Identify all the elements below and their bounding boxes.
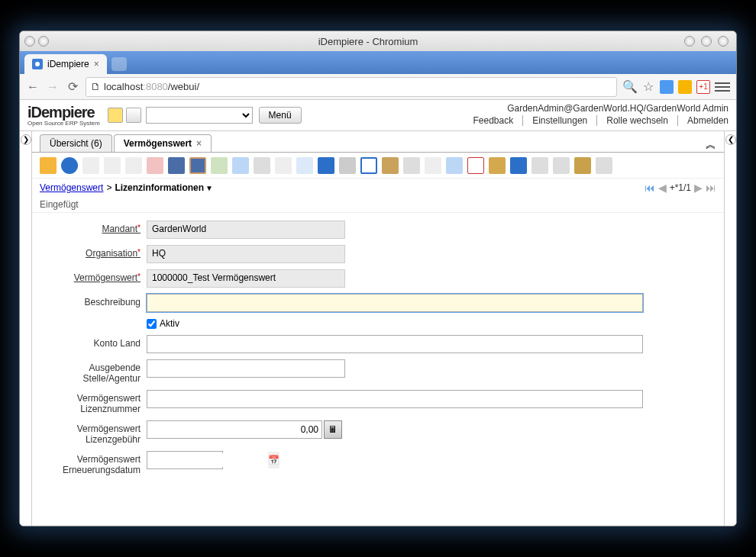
field-description[interactable] xyxy=(147,294,643,312)
next-record-icon[interactable]: ▶ xyxy=(694,182,703,194)
import-icon[interactable] xyxy=(596,157,612,174)
parent-up-icon[interactable] xyxy=(318,157,334,174)
chat-icon[interactable] xyxy=(275,157,292,174)
attachment-icon[interactable] xyxy=(254,157,270,174)
settings-link[interactable]: Einstellungen xyxy=(532,115,597,126)
window-pin-icon[interactable] xyxy=(38,36,49,47)
gplus-ext-icon[interactable]: +1 xyxy=(696,80,710,94)
menu-button[interactable]: Menü xyxy=(259,107,302,124)
new-tab-button[interactable] xyxy=(111,57,127,71)
prev-record-icon[interactable]: ◀ xyxy=(658,182,667,194)
close-window-icon[interactable] xyxy=(718,36,729,47)
window-menu-icon[interactable] xyxy=(24,36,35,47)
browser-tabstrip: iDempiere × xyxy=(20,51,736,74)
back-button[interactable]: ← xyxy=(26,80,40,94)
field-country[interactable] xyxy=(147,335,643,353)
expand-right-sidebar-icon[interactable]: ❮ xyxy=(725,134,736,145)
collapse-panel-icon[interactable]: ︽ xyxy=(706,138,716,152)
save-icon[interactable] xyxy=(168,157,185,174)
left-sidebar-collapsed: ❯ xyxy=(20,131,32,526)
customize-icon[interactable] xyxy=(553,157,570,174)
tab-asset[interactable]: Vermögenswert× xyxy=(114,134,212,152)
tab-overview[interactable]: Übersicht (6) xyxy=(40,134,112,152)
url-input[interactable]: 🗋 localhost:8080/webui/ xyxy=(86,77,617,97)
app-header: iDempiere Open Source ERP System Menü Ga… xyxy=(20,100,736,131)
bookmark-star-icon[interactable]: ☆ xyxy=(641,80,655,94)
request-icon[interactable] xyxy=(489,157,506,174)
find-icon[interactable] xyxy=(232,157,249,174)
record-counter: +*1/1 xyxy=(670,182,691,193)
forward-button[interactable]: → xyxy=(46,80,60,94)
workspace-tabs: Übersicht (6) Vermögenswert× ︽ xyxy=(32,131,724,153)
delete-icon[interactable] xyxy=(147,157,163,174)
breadcrumb-dropdown-icon[interactable]: ▼ xyxy=(205,184,213,192)
grid-toggle-icon[interactable] xyxy=(296,157,313,174)
label-org[interactable]: Organisation xyxy=(40,245,147,259)
field-renew[interactable] xyxy=(147,453,268,467)
expand-left-sidebar-icon[interactable]: ❯ xyxy=(21,134,31,145)
device-ext-icon[interactable] xyxy=(678,80,692,94)
breadcrumb-current: Lizenzinformationen xyxy=(115,182,204,193)
open-window-button[interactable] xyxy=(126,108,141,123)
refresh-icon[interactable] xyxy=(211,157,228,174)
field-agency[interactable] xyxy=(147,359,345,378)
reload-button[interactable]: ⟳ xyxy=(66,80,79,94)
process-icon[interactable] xyxy=(531,157,548,174)
url-port: :8080 xyxy=(143,81,168,92)
help-icon[interactable] xyxy=(61,157,78,174)
checkbox-active-label[interactable]: Aktiv xyxy=(147,318,686,329)
maximize-icon[interactable] xyxy=(701,36,712,47)
export-icon[interactable] xyxy=(574,157,591,174)
feedback-link[interactable]: Feedback xyxy=(473,115,523,126)
label-licno: Vermögenswert Lizenznummer xyxy=(40,390,147,414)
label-asset[interactable]: Vermögenswert xyxy=(40,269,147,283)
product-info-icon[interactable] xyxy=(510,157,527,174)
print-icon[interactable] xyxy=(403,157,420,174)
favicon-icon xyxy=(32,59,43,69)
label-agency: Ausgebende Stelle/Agentur xyxy=(40,359,147,384)
label-description: Beschreibung xyxy=(40,294,147,307)
breadcrumb-root-link[interactable]: Vermögenswert xyxy=(40,182,103,193)
zoom-across-icon[interactable] xyxy=(446,157,463,174)
record-toolbar xyxy=(32,153,724,179)
archive-icon[interactable] xyxy=(382,157,399,174)
chrome-menu-button[interactable] xyxy=(715,79,730,95)
role-switch-link[interactable]: Rolle wechseln xyxy=(606,115,678,126)
label-client[interactable]: Mandant xyxy=(40,221,147,234)
close-tab-icon[interactable]: × xyxy=(94,59,99,69)
first-record-icon[interactable]: ⏮ xyxy=(645,182,655,194)
label-country: Konto Land xyxy=(40,335,147,349)
checkbox-active[interactable] xyxy=(147,319,157,329)
label-licfee: Vermögenswert Lizenzgebühr xyxy=(40,420,147,445)
calculator-icon[interactable]: 🖩 xyxy=(324,420,342,439)
url-host: localhost xyxy=(104,81,143,92)
app-logo-subtitle: Open Source ERP System xyxy=(27,120,100,127)
label-renew: Vermögenswert Erneuerungsdatum xyxy=(40,451,147,475)
undo-icon[interactable] xyxy=(40,157,57,174)
lock-open-icon[interactable] xyxy=(425,157,441,174)
close-tab-asset-icon[interactable]: × xyxy=(196,138,202,149)
translate-ext-icon[interactable] xyxy=(660,80,674,94)
edit-icon[interactable] xyxy=(125,157,142,174)
titlebar: iDempiere - Chromium xyxy=(20,31,736,51)
active-workflow-icon[interactable] xyxy=(467,157,484,174)
report-icon[interactable] xyxy=(360,157,377,174)
logout-link[interactable]: Abmelden xyxy=(687,115,729,126)
status-message: Eingefügt xyxy=(32,197,724,213)
field-licfee[interactable] xyxy=(147,420,322,439)
field-licno[interactable] xyxy=(147,390,643,408)
last-record-icon[interactable]: ⏭ xyxy=(706,182,716,194)
zoom-icon[interactable]: 🔍 xyxy=(623,80,637,94)
minimize-icon[interactable] xyxy=(684,36,695,47)
child-down-icon[interactable] xyxy=(339,157,356,174)
calendar-icon[interactable]: 📅 xyxy=(268,452,279,468)
new-note-button[interactable] xyxy=(108,108,123,123)
new-icon[interactable] xyxy=(82,157,99,174)
right-sidebar-collapsed: ❮ xyxy=(724,131,736,526)
field-client: GardenWorld xyxy=(147,221,345,239)
save-new-icon[interactable] xyxy=(189,157,206,174)
copy-icon[interactable] xyxy=(104,157,121,174)
quick-search-combo[interactable] xyxy=(146,107,253,124)
browser-tab[interactable]: iDempiere × xyxy=(24,54,107,74)
address-bar: ← → ⟳ 🗋 localhost:8080/webui/ 🔍 ☆ +1 xyxy=(20,74,736,100)
